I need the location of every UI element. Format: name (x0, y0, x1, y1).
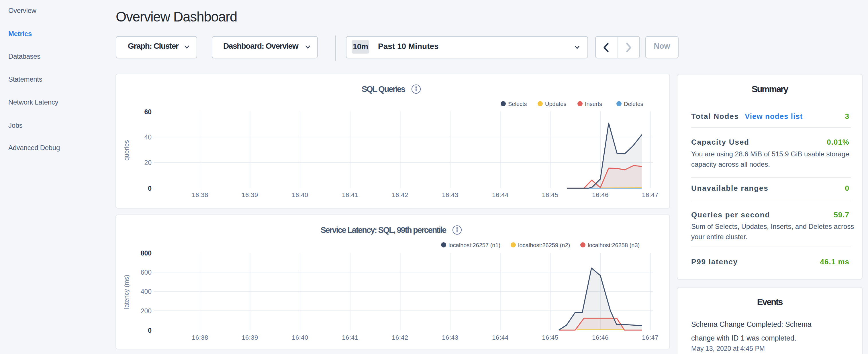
svg-text:16:46: 16:46 (592, 191, 609, 198)
svg-text:16:40: 16:40 (292, 191, 308, 198)
svg-text:400: 400 (141, 288, 152, 295)
svg-text:600: 600 (141, 269, 152, 276)
svg-text:0: 0 (148, 185, 152, 192)
svg-text:latency (ms): latency (ms) (123, 275, 130, 309)
svg-text:16:41: 16:41 (342, 191, 359, 198)
svg-text:16:43: 16:43 (442, 334, 459, 341)
svg-text:16:39: 16:39 (242, 334, 258, 341)
svg-text:200: 200 (141, 307, 152, 315)
svg-text:40: 40 (144, 133, 152, 141)
svg-text:16:46: 16:46 (592, 334, 609, 341)
svg-text:16:38: 16:38 (192, 334, 208, 341)
svg-text:16:44: 16:44 (492, 191, 509, 198)
svg-text:16:45: 16:45 (542, 191, 559, 198)
svg-text:0: 0 (148, 327, 152, 334)
svg-text:16:44: 16:44 (492, 334, 509, 341)
svg-text:Inserts: Inserts (585, 101, 602, 107)
svg-text:16:39: 16:39 (242, 191, 258, 198)
svg-text:16:43: 16:43 (442, 191, 459, 198)
svg-text:Deletes: Deletes (624, 101, 643, 107)
svg-text:16:47: 16:47 (642, 191, 658, 198)
svg-text:localhost:26257 (n1): localhost:26257 (n1) (448, 242, 500, 248)
svg-text:16:47: 16:47 (642, 334, 658, 341)
svg-text:16:40: 16:40 (292, 334, 308, 341)
svg-text:Updates: Updates (545, 101, 566, 107)
svg-text:Selects: Selects (508, 101, 527, 107)
svg-text:queries: queries (123, 140, 130, 161)
svg-text:localhost:26258 (n3): localhost:26258 (n3) (588, 242, 640, 248)
svg-text:16:38: 16:38 (192, 191, 208, 198)
svg-text:16:42: 16:42 (392, 334, 408, 341)
svg-text:20: 20 (144, 159, 152, 166)
svg-text:800: 800 (141, 250, 152, 257)
svg-text:16:41: 16:41 (342, 334, 359, 341)
svg-text:localhost:26259 (n2): localhost:26259 (n2) (518, 242, 570, 248)
svg-text:16:42: 16:42 (392, 191, 408, 198)
svg-text:16:45: 16:45 (542, 334, 559, 341)
svg-text:60: 60 (144, 108, 152, 116)
